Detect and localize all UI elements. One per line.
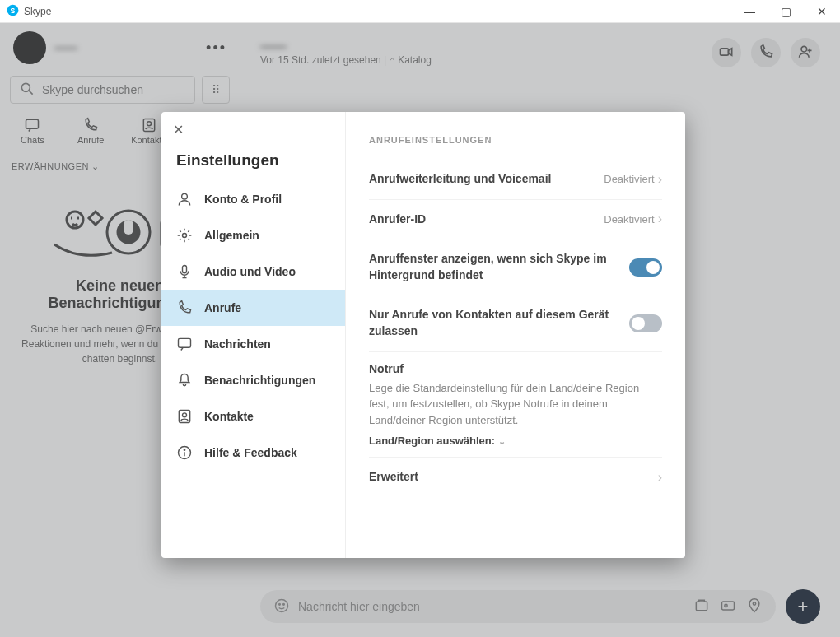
svg-point-30 — [184, 449, 184, 450]
nav-label: Allgemein — [204, 229, 259, 242]
window-maximize-button[interactable]: ▢ — [768, 0, 804, 23]
user-icon — [176, 191, 193, 207]
mic-icon — [176, 263, 193, 280]
row-label: Anruffenster anzeigen, wenn sich Skype i… — [369, 251, 629, 283]
row-only-contacts: Nur Anrufe von Kontakten auf diesem Gerä… — [369, 295, 662, 351]
info-icon — [176, 444, 193, 461]
message-icon — [176, 336, 193, 352]
svg-text:S: S — [11, 6, 16, 14]
gear-icon — [176, 227, 193, 244]
chevron-down-icon: ⌄ — [498, 436, 506, 446]
nav-label: Konto & Profil — [204, 193, 282, 206]
contacts-icon — [176, 408, 193, 425]
nav-label: Hilfe & Feedback — [204, 446, 297, 459]
toggle-only-contacts[interactable] — [629, 314, 662, 332]
chevron-right-icon: › — [658, 470, 662, 485]
selector-label: Land/Region auswählen: — [369, 435, 495, 447]
row-caller-id[interactable]: Anrufer-ID Deaktiviert › — [369, 200, 662, 240]
settings-nav: Einstellungen Konto & Profil Allgemein A… — [161, 112, 346, 558]
block-label: Notruf — [369, 362, 662, 375]
phone-icon — [176, 300, 193, 316]
nav-label: Audio und Video — [204, 265, 296, 278]
window-titlebar: S Skype — ▢ ✕ — [0, 0, 840, 23]
nav-account[interactable]: Konto & Profil — [161, 181, 345, 217]
settings-modal: ✕ Einstellungen Konto & Profil Allgemein… — [161, 112, 685, 558]
nav-label: Kontakte — [204, 410, 254, 423]
svg-point-23 — [183, 234, 187, 238]
svg-point-22 — [182, 193, 188, 199]
chevron-right-icon: › — [658, 212, 662, 226]
nav-messages[interactable]: Nachrichten — [161, 326, 345, 362]
country-selector[interactable]: Land/Region auswählen:⌄ — [369, 435, 662, 447]
nav-notifications[interactable]: Benachrichtigungen — [161, 362, 345, 398]
settings-content: ANRUFEINSTELLUNGEN Anrufweiterleitung un… — [346, 112, 685, 558]
row-forwarding[interactable]: Anrufweiterleitung und Voicemail Deaktiv… — [369, 160, 662, 200]
nav-audio-video[interactable]: Audio und Video — [161, 253, 345, 290]
close-icon: ✕ — [173, 123, 184, 137]
block-description: Lege die Standardeinstellung für dein La… — [369, 380, 662, 429]
row-label: Anrufer-ID — [369, 212, 604, 228]
svg-point-27 — [183, 413, 187, 417]
svg-rect-26 — [179, 411, 189, 423]
row-advanced[interactable]: Erweitert › — [369, 458, 662, 497]
row-status: Deaktiviert — [604, 173, 654, 185]
window-title: Skype — [24, 6, 51, 17]
window-minimize-button[interactable]: — — [731, 0, 768, 23]
nav-calls[interactable]: Anrufe — [161, 290, 345, 326]
row-label: Anrufweiterleitung und Voicemail — [369, 171, 604, 188]
row-status: Deaktiviert — [604, 213, 654, 226]
skype-logo-icon: S — [7, 4, 19, 19]
svg-rect-24 — [183, 266, 187, 273]
row-show-call-window: Anruffenster anzeigen, wenn sich Skype i… — [369, 239, 662, 295]
nav-label: Benachrichtigungen — [204, 374, 315, 387]
row-label: Erweitert — [369, 469, 658, 486]
toggle-show-window[interactable] — [629, 258, 662, 277]
nav-label: Nachrichten — [204, 337, 271, 351]
settings-title: Einstellungen — [176, 151, 345, 170]
nav-label: Anrufe — [204, 301, 241, 314]
section-heading: ANRUFEINSTELLUNGEN — [369, 135, 662, 145]
chevron-right-icon: › — [658, 172, 662, 187]
close-button[interactable]: ✕ — [173, 122, 184, 137]
window-close-button[interactable]: ✕ — [804, 0, 840, 23]
svg-rect-25 — [179, 338, 191, 347]
block-emergency: Notruf Lege die Standardeinstellung für … — [369, 352, 662, 458]
nav-contacts[interactable]: Kontakte — [161, 398, 345, 435]
row-label: Nur Anrufe von Kontakten auf diesem Gerä… — [369, 307, 629, 339]
bell-icon — [176, 372, 193, 388]
nav-general[interactable]: Allgemein — [161, 217, 345, 253]
nav-help[interactable]: Hilfe & Feedback — [161, 435, 345, 471]
